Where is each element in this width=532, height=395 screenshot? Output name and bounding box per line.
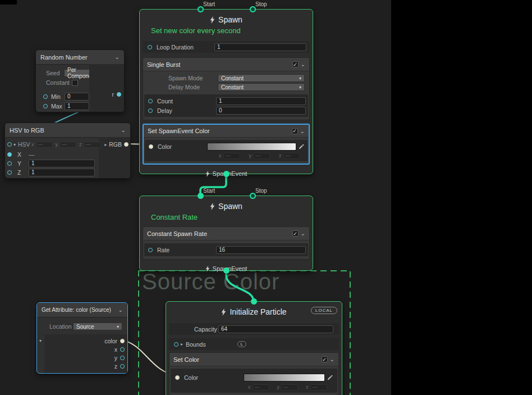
context-title-row[interactable]: Spawn [140,14,313,25]
input-flow-anchor[interactable] [251,298,257,305]
collapse-chevron-icon[interactable]: ⌄ [115,54,120,60]
spawn-mode-dropdown[interactable]: Constant ▾ [218,74,305,82]
count-port[interactable] [148,99,153,103]
rate-port[interactable] [148,248,153,252]
color-sub-x[interactable]: x— [219,153,240,159]
node-initialize-particle[interactable]: Initialize Particle LOCAL Capacity 64 ▸ … [166,301,342,395]
color-port[interactable] [175,375,180,380]
output-rgb-port[interactable] [124,142,129,147]
start-flow-anchor[interactable] [198,6,204,12]
block-single-burst[interactable]: Single Burst ✓ ⌄ Spawn Mode Constant ▾ D… [143,57,310,120]
side-panel-black-area [391,0,532,395]
block-set-color[interactable]: Set Color ✓ ⌄ Color x— y— z— [169,352,339,395]
block-constant-spawn-rate[interactable]: Constant Spawn Rate ✓ ⌄ Rate 16 [143,226,310,260]
location-label: Location [49,323,73,330]
stop-flow-anchor[interactable] [250,193,256,199]
hsv-to-rgb-header[interactable]: HSV to RGB ⌄ [5,123,130,138]
rate-field[interactable]: 16 [216,246,306,254]
x-port[interactable] [7,152,12,157]
set-color-enabled-checkbox[interactable]: ✓ [322,356,328,362]
constant-spawn-rate-enabled-checkbox[interactable]: ✓ [292,230,299,237]
node-spawn-rate[interactable]: Start Stop Spawn Constant Rate Constant … [139,196,313,271]
max-port[interactable] [43,104,48,108]
min-field[interactable]: 0 [65,93,89,101]
set-spawnevent-color-header[interactable]: Set SpawnEvent Color ✓ ⌄ [144,125,309,138]
hsv-port[interactable] [7,142,12,147]
z-field[interactable]: 1 [29,169,95,176]
output-r-port[interactable] [117,92,121,97]
set-color-header[interactable]: Set Color ✓ ⌄ [169,353,338,366]
random-number-header[interactable]: Random Number ⌄ [36,50,124,65]
output-x-port[interactable] [120,347,125,352]
node-hsv-to-rgb[interactable]: HSV to RGB ⌄ ▾ HSV x — y — z — ▸ RGB [4,122,131,179]
spawnevent-flow-anchor[interactable] [223,171,230,177]
lightning-bolt-icon [210,16,215,24]
expand-triangle-icon[interactable]: ▾ [39,338,42,343]
single-burst-enabled-checkbox[interactable]: ✓ [292,61,299,67]
capacity-field[interactable]: 64 [218,325,333,333]
local-space-badge[interactable]: LOCAL [311,307,337,314]
delay-mode-value: Constant [221,84,244,90]
hsv-sub-x[interactable]: x — [31,142,53,148]
y-field[interactable]: 1 [29,160,95,167]
loop-duration-field[interactable]: 1 [214,43,306,51]
count-label: Count [157,98,173,105]
context-subtitle[interactable]: Set new color every second [140,25,313,35]
node-spawn-color[interactable]: Start Stop Spawn Set new color every sec… [139,9,313,174]
max-field[interactable]: 1 [65,102,89,110]
context-subtitle[interactable]: Constant Rate [140,212,313,222]
color-port[interactable] [149,144,153,149]
color-sub-y[interactable]: y— [249,153,270,159]
eyedropper-icon[interactable] [299,144,304,149]
y-port[interactable] [7,161,12,166]
set-spawnevent-color-enabled-checkbox[interactable]: ✓ [292,128,298,134]
hsv-sub-z[interactable]: z — [79,142,100,148]
bounds-port[interactable] [174,342,178,347]
collapse-chevron-icon[interactable]: ⌄ [118,307,123,313]
block-chevron-icon[interactable]: ⌄ [301,230,305,237]
output-r-label: r [112,91,114,98]
expand-triangle-icon[interactable]: ▾ [13,142,16,147]
start-flow-anchor[interactable] [198,193,204,199]
block-set-spawnevent-color[interactable]: Set SpawnEvent Color ✓ ⌄ Color x— y— z— [143,124,310,165]
constant-checkbox[interactable] [72,80,78,86]
location-dropdown[interactable]: Source ▾ [73,323,122,330]
lightning-bolt-icon [205,171,210,177]
block-chevron-icon[interactable]: ⌄ [330,356,334,362]
color-sub-x[interactable]: x— [248,384,269,391]
color-gradient-field[interactable] [244,374,325,382]
color-sub-y[interactable]: y— [277,384,299,391]
delay-mode-dropdown[interactable]: Constant ▾ [218,83,305,91]
vfx-graph-canvas[interactable]: Source Color Random Number ⌄ Seed Per Co… [0,0,532,395]
eyedropper-icon[interactable] [327,375,333,380]
stop-flow-anchor[interactable] [250,6,256,12]
color-sub-z[interactable]: z— [279,153,300,159]
min-port[interactable] [43,94,48,99]
check-icon: ✓ [293,62,297,67]
constant-spawn-rate-header[interactable]: Constant Spawn Rate ✓ ⌄ [143,227,309,240]
node-get-attribute-color[interactable]: Get Attribute: color (Source) ⌄ Location… [36,302,128,374]
get-attribute-header[interactable]: Get Attribute: color (Source) ⌄ [37,303,127,317]
color-gradient-field[interactable] [207,143,296,151]
spawnevent-flow-anchor[interactable] [223,267,230,274]
delay-field[interactable]: 0 [216,107,306,115]
single-burst-header[interactable]: Single Burst ✓ ⌄ [143,58,309,71]
output-y-port[interactable] [120,356,125,360]
hsv-sub-y[interactable]: y — [56,142,77,148]
color-sub-z[interactable]: z— [306,384,327,391]
node-random-number[interactable]: Random Number ⌄ Seed Per Component ▾ Con… [35,49,125,112]
loop-duration-port[interactable] [148,45,152,49]
rgb-expand-triangle-icon[interactable]: ▸ [104,142,107,147]
z-port[interactable] [7,170,12,175]
block-chevron-icon[interactable]: ⌄ [300,128,305,134]
delay-port[interactable] [148,108,153,113]
output-color-port[interactable] [120,339,125,343]
block-chevron-icon[interactable]: ⌄ [301,61,305,67]
output-z-port[interactable] [120,364,125,369]
output-r-row: r [112,91,122,98]
context-title-row[interactable]: Spawn [140,201,313,212]
block-title: Set Color [173,356,322,363]
bounds-expand-triangle-icon[interactable]: ▸ [181,342,183,347]
count-field[interactable]: 1 [216,97,306,105]
collapse-chevron-icon[interactable]: ⌄ [121,127,126,133]
